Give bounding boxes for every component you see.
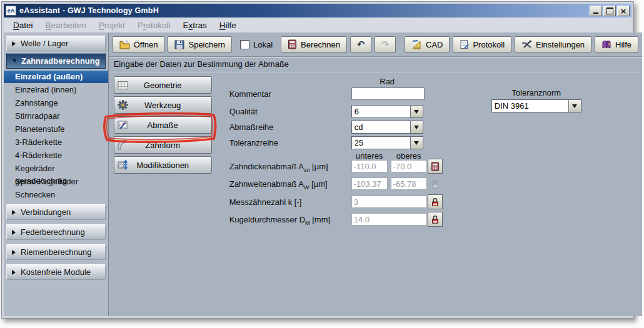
zahnform-button[interactable]: Zahnform [114,136,212,154]
column-header-unteres: unteres [351,151,388,161]
content-area: Welle / Lager Zahnradberechnung Einzelra… [4,32,631,316]
sidebar: Welle / Lager Zahnradberechnung Einzelra… [4,32,109,316]
app-icon: eA [6,6,16,16]
abmassreihe-dropdown[interactable]: cd [351,121,423,134]
local-checkbox-label: Lokal [253,40,273,49]
sidebar-item-zahnstange[interactable]: Zahnstange [4,97,108,109]
kugeldurchmesser-label: Kugeldurchmesser DM [mm] [229,215,330,226]
calculator-icon [288,39,297,49]
sidebar-item-einzelrad-innen[interactable]: Einzelrad (innen) [4,84,108,96]
cad-button[interactable]: CAD [405,36,450,52]
sidebar-item-spiral-kegelraeder[interactable]: Spiral-Kegelräder [4,176,108,188]
qualitaet-label: Qualität [229,107,258,116]
titlebar: eA eAssistant - GWJ Technology GmbH × [4,4,631,17]
lock-closed-icon [431,197,440,207]
calculate-button[interactable]: Berechnen [281,36,347,52]
status-line: Eingabe der Daten zur Bestimmung der Abm… [109,57,642,72]
undo-button[interactable]: ↶ [350,36,371,52]
zahnweitenabmass-label: Zahnweitenabmaß AW [µm] [229,179,328,191]
toleranznorm-dropdown[interactable]: DIN 3961 [491,99,581,112]
chevron-down-icon [12,59,16,63]
sidebar-item-schnecken[interactable]: Schnecken [4,189,108,201]
close-icon: × [620,7,627,15]
lock-red-icon-button[interactable] [428,212,443,227]
sidebar-header-riemenberechnung[interactable]: Riemenberechnung [6,244,106,260]
dropdown-arrow-icon [410,137,423,149]
modifikationen-button[interactable]: Modifikationen [114,156,212,174]
cad-ruler-icon [411,40,422,49]
zahndickenabmass-label: Zahndickenabmaß Asn [µm] [229,162,328,173]
zahndicken-oberes-input [391,160,427,172]
desktop: eA eAssistant - GWJ Technology GmbH × Da… [0,0,644,328]
undo-icon: ↶ [357,39,365,50]
dropdown-arrow-icon [410,121,423,133]
save-button[interactable]: Speichern [168,36,232,52]
sidebar-header-verbindungen[interactable]: Verbindungen [6,204,106,220]
minimize-icon [593,12,598,14]
minimize-button[interactable] [590,6,602,16]
sidebar-item-kegelraeder[interactable]: Kegelräder gerade/schräg [4,162,108,175]
protokoll-button[interactable]: Protokoll [453,36,511,52]
chart-pencil-icon [116,118,130,132]
redo-icon: ↷ [381,39,390,50]
sidebar-item-stirnradpaar[interactable]: Stirnradpaar [4,110,108,122]
tools-icon [521,40,532,49]
redo-button[interactable]: ↷ [375,36,396,52]
einstellungen-button[interactable]: Einstellungen [515,36,591,52]
grid-icon [116,78,130,92]
menubar: Datei Bearbeiten Projekt Protokoll Extra… [4,17,631,33]
svg-text:?: ? [608,42,610,46]
toleranzreihe-label: Toleranzreihe [229,138,278,147]
toleranzreihe-dropdown[interactable]: 25 [351,136,423,149]
calculator-icon-button[interactable] [428,159,443,174]
messzaehnezahl-input [351,196,427,208]
toleranznorm-label: Toleranznorm [491,88,581,97]
sidebar-item-planetenstufe[interactable]: Planetenstufe [4,123,108,136]
menu-extras[interactable]: Extras [177,19,212,31]
window-controls: × [590,6,630,16]
geometrie-button[interactable]: Geometrie [114,76,212,94]
sidebar-item-4-raederkette[interactable]: 4-Räderkette [4,149,108,162]
gear-icon [116,98,130,112]
menu-protokoll: Protokoll [132,19,176,31]
dropdown-arrow-icon [410,106,423,117]
werkzeug-button[interactable]: Werkzeug [114,96,212,114]
local-checkbox-group: Lokal [240,40,273,49]
maximize-icon [606,7,613,14]
open-button[interactable]: Öffnen [113,36,165,52]
sidebar-header-welle-lager[interactable]: Welle / Lager [6,36,106,51]
sidebar-item-3-raederkette[interactable]: 3-Räderkette [4,136,108,149]
sidebar-item-einzelrad-aussen[interactable]: Einzelrad (außen) [4,71,108,83]
kommentar-label: Kommentar [229,89,271,99]
local-checkbox[interactable] [240,40,249,49]
lock-closed-icon [431,215,440,224]
gear-tooth-icon [116,138,130,152]
menu-projekt: Projekt [93,19,131,31]
close-button[interactable]: × [617,6,630,16]
chevron-right-icon [12,250,16,255]
qualitaet-dropdown[interactable]: 6 [351,105,423,118]
sidebar-header-zahnradberechnung[interactable]: Zahnradberechnung [6,53,106,69]
zahndicken-unteres-input [351,160,388,172]
column-header-rad: Rad [351,77,423,86]
chevron-right-icon [12,41,16,46]
kommentar-input[interactable] [351,87,425,100]
modifications-icon [116,158,130,172]
menu-datei[interactable]: Datei [8,19,39,31]
sidebar-header-kostenfreie-module[interactable]: Kostenfreie Module [6,264,106,280]
sidebar-header-federberechnung[interactable]: Federberechnung [6,224,106,240]
messzaehnezahl-label: Messzähnezahl k [-] [229,197,302,209]
main-panel: Öffnen Speichern Lokal Berechnen ↶ ↷ CAD [109,32,642,316]
maximize-button[interactable] [603,6,616,16]
lock-open-icon [431,180,440,189]
hilfe-button[interactable]: ? Hilfe [595,36,638,52]
floppy-disk-icon [174,40,184,49]
abmasse-button[interactable]: Abmaße [114,116,212,134]
app-window: eA eAssistant - GWJ Technology GmbH × Da… [1,1,634,319]
zahnweiten-oberes-input [391,177,427,190]
lock-red-icon-button[interactable] [428,194,443,209]
report-document-icon [460,39,469,49]
menu-hilfe[interactable]: Hilfe [214,19,242,31]
open-folder-icon [119,40,130,49]
window-title: eAssistant - GWJ Technology GmbH [19,6,586,15]
